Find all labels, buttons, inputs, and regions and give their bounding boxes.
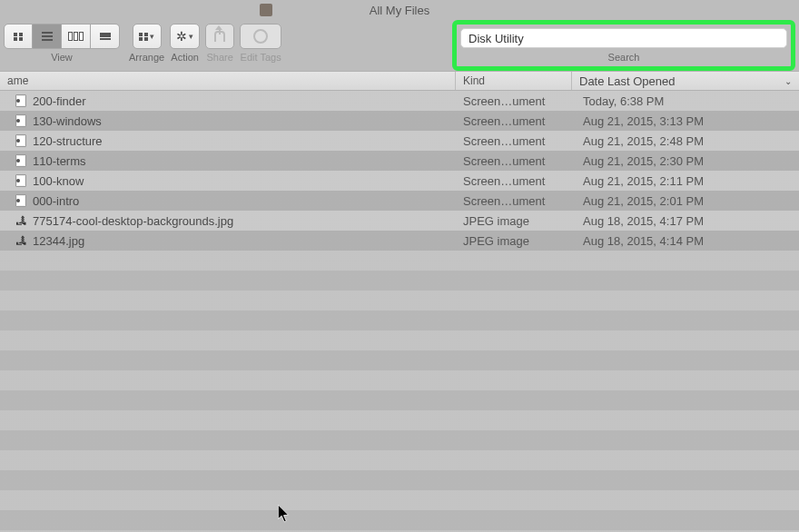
search-label: Search bbox=[608, 52, 640, 63]
app-icon bbox=[260, 4, 272, 16]
action-button[interactable]: ✲ bbox=[170, 24, 200, 49]
view-group: View bbox=[4, 24, 120, 63]
window-title: All My Files bbox=[370, 4, 429, 17]
view-columns-button[interactable] bbox=[62, 24, 91, 49]
file-list-area: 200-finderScreen…umentToday, 6:38 PM130-… bbox=[0, 91, 799, 532]
tags-group: Edit Tags bbox=[240, 24, 281, 63]
table-row[interactable]: 200-finderScreen…umentToday, 6:38 PM bbox=[0, 91, 799, 111]
file-name: 110-terms bbox=[33, 154, 86, 168]
action-label: Action bbox=[171, 52, 199, 63]
image-file-icon bbox=[15, 234, 27, 247]
file-name: 000-intro bbox=[33, 194, 79, 208]
file-name: 775174-cool-desktop-backgrounds.jpg bbox=[33, 214, 233, 228]
window-titlebar: All My Files bbox=[0, 0, 799, 20]
view-list-button[interactable] bbox=[33, 24, 62, 49]
file-name: 120-structure bbox=[33, 134, 103, 148]
arrange-icon bbox=[139, 33, 148, 41]
file-kind: Screen…ument bbox=[456, 194, 572, 208]
columns-icon bbox=[68, 32, 84, 41]
toolbar: View Arrange ✲ Action Share Edit Tags Se… bbox=[0, 20, 799, 71]
file-kind: JPEG image bbox=[456, 234, 572, 248]
file-date: Aug 21, 2015, 3:13 PM bbox=[572, 114, 799, 128]
image-file-icon bbox=[15, 214, 27, 227]
edit-tags-button[interactable] bbox=[240, 24, 281, 49]
header-name[interactable]: ame bbox=[0, 72, 456, 90]
header-date[interactable]: Date Last Opened bbox=[572, 72, 799, 90]
file-date: Aug 21, 2015, 2:01 PM bbox=[572, 194, 799, 208]
arrange-button[interactable] bbox=[133, 24, 162, 49]
file-name: 130-windows bbox=[33, 114, 102, 128]
table-row[interactable]: 000-introScreen…umentAug 21, 2015, 2:01 … bbox=[0, 191, 799, 211]
file-name: 12344.jpg bbox=[33, 234, 84, 248]
table-row[interactable]: 110-termsScreen…umentAug 21, 2015, 2:30 … bbox=[0, 151, 799, 171]
arrange-label: Arrange bbox=[129, 52, 164, 63]
share-button[interactable] bbox=[205, 24, 234, 49]
table-row[interactable]: 100-knowScreen…umentAug 21, 2015, 2:11 P… bbox=[0, 171, 799, 191]
view-coverflow-button[interactable] bbox=[91, 24, 120, 49]
file-kind: Screen…ument bbox=[456, 134, 572, 148]
coverflow-icon bbox=[100, 33, 111, 40]
file-list: 200-finderScreen…umentToday, 6:38 PM130-… bbox=[0, 91, 799, 251]
arrange-group: Arrange bbox=[129, 24, 164, 63]
list-icon bbox=[42, 32, 53, 41]
file-date: Aug 21, 2015, 2:48 PM bbox=[572, 134, 799, 148]
file-date: Aug 21, 2015, 2:30 PM bbox=[572, 154, 799, 168]
action-group: ✲ Action bbox=[170, 24, 200, 63]
file-kind: Screen…ument bbox=[456, 154, 572, 168]
document-file-icon bbox=[15, 194, 27, 207]
table-row[interactable]: 775174-cool-desktop-backgrounds.jpgJPEG … bbox=[0, 211, 799, 231]
file-name: 100-know bbox=[33, 174, 84, 188]
table-row[interactable]: 120-structureScreen…umentAug 21, 2015, 2… bbox=[0, 131, 799, 151]
grid-icon bbox=[14, 33, 23, 41]
document-file-icon bbox=[15, 174, 27, 187]
view-label: View bbox=[51, 52, 73, 63]
document-file-icon bbox=[15, 94, 27, 107]
file-date: Aug 21, 2015, 2:11 PM bbox=[572, 174, 799, 188]
table-row[interactable]: 12344.jpgJPEG imageAug 18, 2015, 4:14 PM bbox=[0, 231, 799, 251]
file-kind: Screen…ument bbox=[456, 94, 572, 108]
search-box[interactable] bbox=[460, 28, 787, 48]
document-file-icon bbox=[15, 154, 27, 167]
gear-icon: ✲ bbox=[176, 29, 187, 44]
edit-tags-label: Edit Tags bbox=[241, 52, 281, 63]
share-label: Share bbox=[206, 52, 232, 63]
file-date: Aug 18, 2015, 4:17 PM bbox=[572, 214, 799, 228]
document-file-icon bbox=[15, 134, 27, 147]
file-date: Today, 6:38 PM bbox=[572, 94, 799, 108]
search-highlight: Search bbox=[452, 20, 795, 71]
view-icons-button[interactable] bbox=[4, 24, 33, 49]
tag-icon bbox=[253, 29, 268, 44]
file-kind: Screen…ument bbox=[456, 114, 572, 128]
file-name: 200-finder bbox=[33, 94, 86, 108]
share-group: Share bbox=[205, 24, 234, 63]
header-kind[interactable]: Kind bbox=[456, 72, 572, 90]
file-kind: JPEG image bbox=[456, 214, 572, 228]
search-input[interactable] bbox=[469, 32, 779, 45]
document-file-icon bbox=[15, 114, 27, 127]
table-row[interactable]: 130-windowsScreen…umentAug 21, 2015, 3:1… bbox=[0, 111, 799, 131]
file-date: Aug 18, 2015, 4:14 PM bbox=[572, 234, 799, 248]
share-icon bbox=[214, 31, 225, 42]
file-kind: Screen…ument bbox=[456, 174, 572, 188]
column-headers: ame Kind Date Last Opened bbox=[0, 71, 799, 91]
